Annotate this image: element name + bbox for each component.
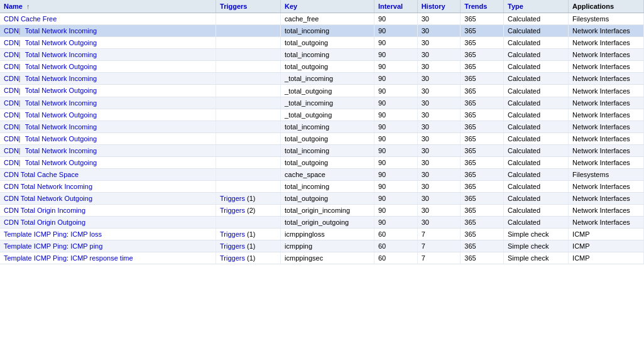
triggers-cell: [216, 73, 281, 85]
applications-cell: Network Interfaces: [569, 157, 644, 169]
history-cell: 30: [417, 205, 461, 217]
prefix-link[interactable]: CDN: [4, 111, 19, 119]
trends-cell: 365: [461, 49, 504, 61]
type-cell: Calculated: [504, 97, 569, 109]
applications-cell: Network Interfaces: [569, 193, 644, 205]
history-cell: 30: [417, 109, 461, 121]
trends-cell: 365: [461, 121, 504, 132]
col-type[interactable]: Type: [504, 0, 569, 13]
applications-cell: Network Interfaces: [569, 85, 644, 97]
indent-bar-icon: [19, 124, 24, 131]
interval-cell: 90: [374, 49, 417, 61]
prefix-link[interactable]: CDN: [4, 159, 19, 166]
item-link[interactable]: Total Network Outgoing: [25, 159, 97, 166]
triggers-cell: [216, 144, 281, 156]
table-row: CDNTotal Network Outgoingtotal_outgoing9…: [0, 132, 644, 144]
type-cell: Calculated: [504, 73, 569, 85]
triggers-cell: Triggers (1): [216, 252, 281, 264]
triggers-cell: Triggers (1): [216, 193, 281, 205]
prefix-link[interactable]: CDN: [4, 75, 19, 82]
item-link[interactable]: Total Network Incoming: [25, 147, 97, 154]
applications-cell: Network Interfaces: [569, 97, 644, 109]
item-link[interactable]: Total Network Outgoing: [25, 39, 97, 46]
prefix-link[interactable]: CDN: [4, 123, 19, 131]
prefix-link[interactable]: CDN: [4, 51, 19, 58]
item-link[interactable]: CDN Total Cache Space: [4, 171, 79, 178]
col-interval[interactable]: Interval: [374, 0, 417, 13]
item-link[interactable]: CDN Total Network Incoming: [4, 183, 92, 190]
history-cell: 7: [417, 252, 461, 264]
applications-cell: Network Interfaces: [569, 121, 644, 132]
applications-cell: Network Interfaces: [569, 205, 644, 217]
item-link[interactable]: Total Network Outgoing: [25, 63, 97, 70]
item-link[interactable]: ICMP response time: [70, 254, 133, 262]
trends-cell: 365: [461, 25, 504, 37]
trends-cell: 365: [461, 97, 504, 109]
item-link[interactable]: ICMP ping: [70, 242, 102, 250]
template-link[interactable]: Template ICMP Ping: [4, 230, 67, 238]
template-link[interactable]: Template ICMP Ping: [4, 254, 67, 262]
col-history[interactable]: History: [417, 0, 461, 13]
key-cell: _total_incoming: [281, 97, 374, 109]
type-cell: Calculated: [504, 217, 569, 229]
triggers-link[interactable]: Triggers: [220, 195, 245, 202]
prefix-link[interactable]: CDN: [4, 39, 19, 46]
indent-bar-icon: [19, 76, 24, 82]
triggers-link[interactable]: Triggers: [220, 207, 245, 214]
triggers-link[interactable]: Triggers: [220, 254, 245, 262]
trends-cell: 365: [461, 217, 504, 229]
triggers-cell: [216, 169, 281, 181]
table-row: CDNTotal Network Outgoing_total_outgoing…: [0, 85, 644, 97]
col-name[interactable]: Name ↑: [0, 0, 216, 13]
trends-cell: 365: [461, 181, 504, 193]
prefix-link[interactable]: CDN: [4, 99, 19, 107]
history-cell: 7: [417, 240, 461, 252]
applications-cell: Network Interfaces: [569, 217, 644, 229]
col-triggers[interactable]: Triggers: [216, 0, 281, 13]
triggers-link[interactable]: Triggers: [220, 242, 245, 250]
trends-cell: 365: [461, 169, 504, 181]
item-link[interactable]: Total Network Incoming: [25, 75, 97, 82]
type-cell: Calculated: [504, 132, 569, 144]
name-cell: CDNTotal Network Outgoing: [0, 85, 216, 97]
applications-cell: ICMP: [569, 240, 644, 252]
indent-bar-icon: [19, 64, 24, 70]
prefix-link[interactable]: CDN: [4, 27, 19, 35]
item-link[interactable]: Total Network Incoming: [25, 51, 97, 58]
item-link[interactable]: Total Network Incoming: [25, 99, 97, 107]
item-link[interactable]: ICMP loss: [70, 230, 102, 238]
table-row: CDNTotal Network Outgoing_total_outgoing…: [0, 109, 644, 121]
name-cell: CDN Total Origin Incoming: [0, 205, 216, 217]
interval-cell: 90: [374, 144, 417, 156]
name-cell: CDNTotal Network Outgoing: [0, 61, 216, 73]
col-key[interactable]: Key: [281, 0, 374, 13]
item-link[interactable]: CDN Total Origin Incoming: [4, 207, 85, 214]
prefix-link[interactable]: CDN: [4, 87, 19, 94]
col-trends[interactable]: Trends: [461, 0, 504, 13]
item-link[interactable]: CDN Total Origin Outgoing: [4, 218, 85, 226]
interval-cell: 60: [374, 252, 417, 264]
name-cell: CDNTotal Network Incoming: [0, 73, 216, 85]
item-link[interactable]: Total Network Outgoing: [25, 135, 97, 143]
item-link[interactable]: Total Network Incoming: [25, 123, 97, 131]
item-link[interactable]: Total Network Outgoing: [25, 111, 97, 119]
key-cell: total_outgoing: [281, 37, 374, 49]
history-cell: 7: [417, 229, 461, 240]
prefix-link[interactable]: CDN: [4, 63, 19, 70]
triggers-link[interactable]: Triggers: [220, 230, 245, 238]
interval-cell: 90: [374, 73, 417, 85]
key-cell: cache_free: [281, 13, 374, 25]
item-link[interactable]: CDN Total Network Outgoing: [4, 195, 92, 202]
item-link[interactable]: CDN Cache Free: [4, 15, 57, 23]
item-link[interactable]: Total Network Outgoing: [25, 87, 97, 94]
name-cell: CDN Total Origin Outgoing: [0, 217, 216, 229]
type-cell: Calculated: [504, 49, 569, 61]
prefix-link[interactable]: CDN: [4, 135, 19, 143]
applications-cell: ICMP: [569, 252, 644, 264]
interval-cell: 90: [374, 132, 417, 144]
item-link[interactable]: Total Network Incoming: [25, 27, 97, 35]
prefix-link[interactable]: CDN: [4, 147, 19, 154]
trends-cell: 365: [461, 132, 504, 144]
template-link[interactable]: Template ICMP Ping: [4, 242, 67, 250]
name-cell: CDNTotal Network Incoming: [0, 25, 216, 37]
